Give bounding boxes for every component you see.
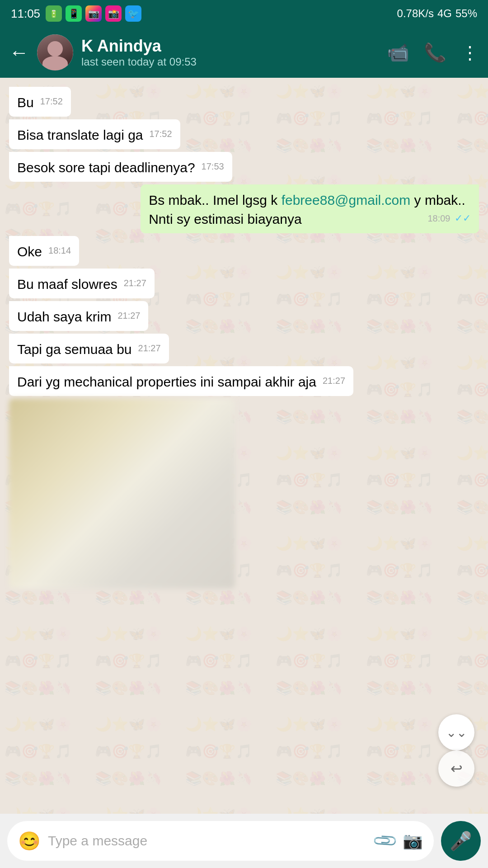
reply-button[interactable]: ↩ xyxy=(438,750,474,787)
attach-button[interactable]: 📎 xyxy=(371,827,399,855)
input-area: 😊 Type a message 📎 📷 🎤 xyxy=(0,814,488,868)
message-time: 17:52 xyxy=(40,95,63,108)
emoji-button[interactable]: 😊 xyxy=(18,830,41,852)
app-icons: 🔋 📱 📷 📸 🐦 xyxy=(46,5,141,22)
message-time: 21:27 xyxy=(117,309,140,322)
status-bar: 11:05 🔋 📱 📷 📸 🐦 0.78K/s 4G 55% xyxy=(0,0,488,27)
camera-button[interactable]: 📷 xyxy=(403,831,423,850)
mic-icon: 🎤 xyxy=(450,830,472,852)
voice-call-button[interactable]: 📞 xyxy=(424,42,446,63)
email-link[interactable]: febree88@gmail.com xyxy=(282,193,411,208)
more-options-button[interactable]: ⋮ xyxy=(461,42,479,63)
message-text: Bu xyxy=(17,95,34,110)
status-left: 11:05 🔋 📱 📷 📸 🐦 xyxy=(11,5,141,22)
video-call-button[interactable]: 📹 xyxy=(387,42,409,63)
message-1: Bu 17:52 xyxy=(9,87,71,117)
message-text: Bisa translate lagi ga xyxy=(17,127,143,142)
instagram1-icon: 📷 xyxy=(85,5,102,22)
message-time: 18:09 ✓✓ xyxy=(427,212,471,226)
avatar-image xyxy=(37,34,73,71)
message-time: 18:14 xyxy=(48,244,71,257)
message-text: Oke xyxy=(17,244,42,259)
battery-percent: 55% xyxy=(455,7,477,20)
contact-avatar[interactable] xyxy=(37,34,73,71)
contact-name: K Anindya xyxy=(81,37,379,56)
message-text: Bu maaf slowres xyxy=(17,277,117,292)
message-8: Tapi ga semuaa bu 21:27 xyxy=(9,334,169,363)
message-2: Bisa translate lagi ga 17:52 xyxy=(9,119,180,149)
message-text: Dari yg mechanical properties ini sampai… xyxy=(17,374,316,389)
image-message[interactable] xyxy=(9,399,235,589)
network-speed: 0.78K/s xyxy=(397,7,434,20)
message-text: Tapi ga semuaa bu xyxy=(17,342,132,357)
message-5: Oke 18:14 xyxy=(9,236,79,266)
scroll-down-button[interactable]: ⌄⌄ xyxy=(438,714,474,750)
message-7: Udah saya krim 21:27 xyxy=(9,301,148,331)
status-right: 0.78K/s 4G 55% xyxy=(397,7,477,20)
message-input[interactable]: Type a message xyxy=(48,833,368,849)
contact-info[interactable]: K Anindya last seen today at 09:53 xyxy=(81,37,379,68)
voice-message-button[interactable]: 🎤 xyxy=(441,821,481,861)
chevron-down-icon: ⌄⌄ xyxy=(446,725,467,740)
reply-icon: ↩ xyxy=(450,760,463,777)
message-time: 17:53 xyxy=(202,160,224,173)
read-receipt: ✓✓ xyxy=(455,212,471,224)
message-3: Besok sore tapi deadlinenya? 17:53 xyxy=(9,152,232,182)
twitter-icon: 🐦 xyxy=(125,5,141,22)
message-6: Bu maaf slowres 21:27 xyxy=(9,269,155,298)
instagram2-icon: 📸 xyxy=(105,5,122,22)
message-time: 21:27 xyxy=(124,277,146,289)
chat-area: Bu 17:52 Bisa translate lagi ga 17:52 Be… xyxy=(0,78,488,814)
message-9: Dari yg mechanical properties ini sampai… xyxy=(9,366,353,396)
message-time: 21:27 xyxy=(138,342,161,354)
messages-container: Bu 17:52 Bisa translate lagi ga 17:52 Be… xyxy=(9,87,479,589)
back-button[interactable]: ← xyxy=(9,41,29,64)
message-time: 21:27 xyxy=(323,374,345,387)
message-text: Bs mbak.. Imel lgsg k febree88@gmail.com… xyxy=(149,193,465,226)
message-text: Udah saya krim xyxy=(17,309,111,324)
chat-header: ← K Anindya last seen today at 09:53 📹 📞… xyxy=(0,27,488,78)
network-type: 4G xyxy=(437,7,452,20)
whatsapp-icon: 📱 xyxy=(66,5,82,22)
message-4: Bs mbak.. Imel lgsg k febree88@gmail.com… xyxy=(141,184,479,233)
time: 11:05 xyxy=(11,7,40,21)
message-time: 17:52 xyxy=(150,127,172,140)
header-actions: 📹 📞 ⋮ xyxy=(387,42,479,63)
message-text: Besok sore tapi deadlinenya? xyxy=(17,160,195,175)
battery-app-icon: 🔋 xyxy=(46,5,62,22)
message-input-box[interactable]: 😊 Type a message 📎 📷 xyxy=(7,821,434,861)
last-seen: last seen today at 09:53 xyxy=(81,56,379,68)
